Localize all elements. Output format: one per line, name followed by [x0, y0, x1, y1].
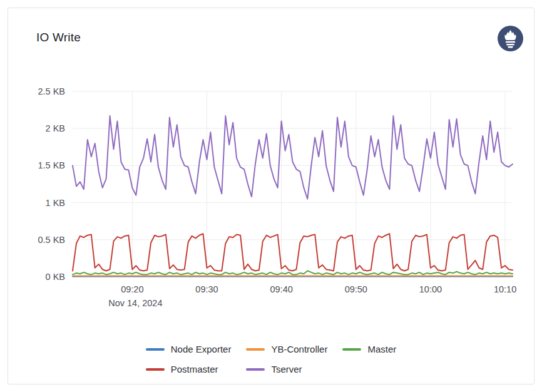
- legend-label: Master: [367, 343, 396, 356]
- series-line-postmaster: [73, 234, 513, 271]
- legend-label: Node Exporter: [171, 343, 232, 356]
- io-write-chart[interactable]: 0 KB0.5 KB1 KB1.5 KB2 KB2.5 KB09:20Nov 1…: [8, 8, 534, 384]
- legend-swatch-icon: [146, 368, 165, 371]
- legend-item-node-exporter[interactable]: Node Exporter: [146, 343, 232, 356]
- legend-swatch-icon: [342, 348, 361, 351]
- legend-item-tserver[interactable]: Tserver: [246, 363, 327, 376]
- x-tick-label: 09:30: [195, 284, 218, 294]
- legend-swatch-icon: [246, 348, 265, 351]
- x-tick-label: 10:10: [494, 284, 516, 294]
- page: IO Write 0 KB0.5 KB1 KB1.5 KB2 KB2.5 KB0…: [0, 0, 542, 392]
- y-tick-label: 0.5 KB: [38, 235, 65, 245]
- legend-item-master[interactable]: Master: [342, 343, 396, 356]
- legend-swatch-icon: [146, 348, 165, 351]
- io-write-panel: IO Write 0 KB0.5 KB1 KB1.5 KB2 KB2.5 KB0…: [8, 8, 534, 384]
- legend-label: Postmaster: [171, 363, 218, 376]
- x-tick-label: 09:20: [121, 284, 143, 294]
- y-tick-label: 0 KB: [46, 272, 65, 282]
- legend-label: YB-Controller: [271, 343, 327, 356]
- x-tick-label: 09:50: [345, 284, 367, 294]
- y-tick-label: 1 KB: [46, 198, 65, 208]
- x-tick-label: 09:40: [270, 284, 292, 294]
- legend-swatch-icon: [246, 368, 265, 371]
- x-tick-label: 10:00: [419, 284, 442, 294]
- y-tick-label: 1.5 KB: [38, 160, 65, 170]
- legend-item-postmaster[interactable]: Postmaster: [146, 363, 232, 376]
- legend: Node ExporterYB-ControllerMasterPostmast…: [8, 343, 534, 376]
- x-axis-date: Nov 14, 2024: [108, 298, 162, 308]
- legend-label: Tserver: [271, 363, 302, 376]
- legend-item-yb-controller[interactable]: YB-Controller: [246, 343, 327, 356]
- y-tick-label: 2 KB: [46, 123, 65, 133]
- y-tick-label: 2.5 KB: [38, 86, 65, 96]
